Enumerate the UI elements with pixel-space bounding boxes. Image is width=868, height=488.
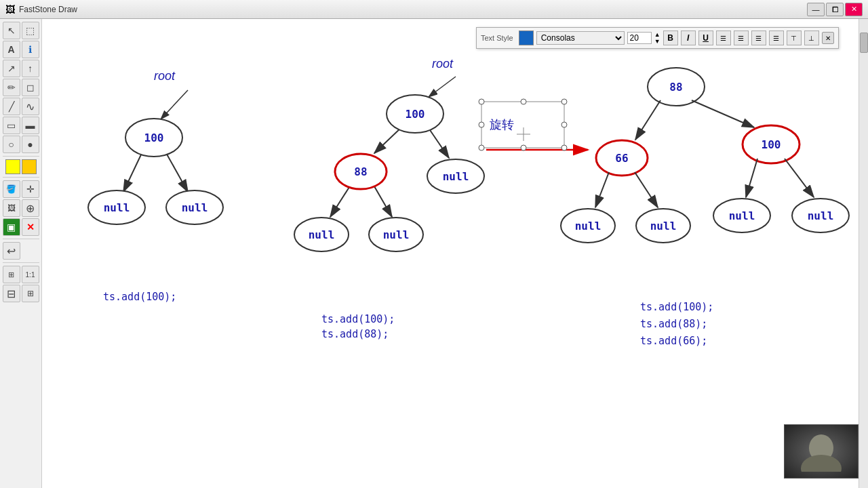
rect-tool[interactable]: ▭ (3, 117, 20, 134)
close-button[interactable]: ✕ (845, 3, 863, 16)
tree3-code-2: ts.add(88); (640, 318, 707, 330)
zoom-out-button[interactable]: ⊟ (3, 285, 20, 302)
maximize-button[interactable]: ⧠ (826, 3, 844, 16)
secondary-color[interactable] (22, 159, 37, 174)
align-middle-button[interactable]: ⊥ (804, 30, 819, 45)
handle-ml[interactable] (479, 122, 484, 127)
undo-button[interactable]: ↩ (3, 242, 20, 260)
marquee-tool[interactable]: ⬚ (22, 22, 39, 39)
text-style-close-button[interactable]: ✕ (822, 32, 834, 44)
tree2-edge-lr (374, 186, 392, 217)
circle-fill-tool[interactable]: ● (22, 136, 39, 153)
tree2-node-100-text: 100 (406, 108, 425, 121)
green-box-tool[interactable]: ▣ (3, 218, 20, 236)
x-button[interactable]: ✕ (22, 218, 39, 236)
toolbar: ↖ ⬚ A ℹ ↗ ↑ ✏ ◻ ╱ ∿ ▭ ▬ ○ ● 🪣 ✛ 🖼 ⊕ ▣ ✕ (0, 19, 42, 488)
handle-mr[interactable] (561, 122, 567, 127)
tree2-root-arrow (429, 77, 456, 97)
vscroll-thumb[interactable] (860, 33, 868, 53)
highlight-color[interactable] (5, 159, 20, 174)
tree2-code-2: ts.add(88); (321, 328, 389, 340)
text-tool[interactable]: A (3, 41, 20, 58)
svg-point-3 (801, 455, 842, 472)
app-icon: 🖼 (5, 4, 15, 15)
tree3-null-lr-text: null (650, 220, 677, 232)
info-tool[interactable]: ℹ (22, 41, 39, 58)
text-style-title: Text Style (481, 34, 513, 42)
tree2-node-88-text: 88 (354, 165, 367, 178)
align-left-button[interactable]: ☰ (716, 30, 731, 45)
handle-tr[interactable] (561, 99, 567, 104)
tree2-null-lr-text: null (383, 228, 410, 241)
tree3-code-1: ts.add(100); (640, 301, 713, 313)
app-title: FastStone Draw (19, 5, 807, 14)
tree2-null-ll-text: null (309, 228, 335, 241)
tree3-edge-66r (635, 172, 658, 207)
font-size-input[interactable] (627, 32, 652, 44)
arrow-up-tool[interactable]: ↑ (22, 60, 39, 77)
tree2-edge-right (427, 126, 449, 158)
minimize-button[interactable]: — (807, 3, 825, 16)
tree3-edge-left (635, 100, 660, 140)
tree2-null-right-text: null (443, 170, 469, 183)
tree3-edge-right (692, 100, 754, 127)
pencil-tool[interactable]: ✏ (3, 79, 20, 96)
font-size-up-icon[interactable]: ▲ (654, 31, 660, 38)
text-color-swatch[interactable] (519, 30, 534, 45)
grid-button[interactable]: ⊞ (22, 285, 39, 302)
align-top-button[interactable]: ⊤ (787, 30, 802, 45)
tree1-root-label: root (154, 69, 176, 83)
handle-bm[interactable] (521, 145, 526, 150)
main-svg-canvas: root 100 null null ts.add(100); root 100… (42, 19, 868, 488)
line-tool[interactable]: ╱ (3, 98, 20, 115)
picker-tool[interactable]: ✛ (22, 180, 39, 198)
rect-fill-tool[interactable]: ▬ (22, 117, 39, 134)
handle-tl[interactable] (479, 99, 484, 104)
tree3-null-rr-text: null (808, 209, 834, 222)
bold-button[interactable]: B (663, 30, 678, 45)
canvas-area: Text Style Consolas ▲ ▼ B I U ☰ ☰ ☰ ☰ ⊤ … (42, 19, 868, 488)
title-bar: 🖼 FastStone Draw — ⧠ ✕ (0, 0, 868, 19)
arrow-diagonal-tool[interactable]: ↗ (3, 60, 20, 77)
curve-tool[interactable]: ∿ (22, 98, 39, 115)
tree1-code-1: ts.add(100); (103, 291, 176, 303)
align-right-button[interactable]: ☰ (751, 30, 766, 45)
tree1-node-100-text: 100 (144, 131, 164, 144)
handle-tm[interactable] (521, 99, 526, 104)
handle-bl[interactable] (479, 145, 484, 150)
italic-button[interactable]: I (681, 30, 696, 45)
tree3-edge-100r (785, 159, 814, 197)
align-center-button[interactable]: ☰ (734, 30, 749, 45)
tree2-root-label: root (432, 57, 454, 70)
tree3-edge-100l (746, 159, 757, 197)
tree1-null-left-text: null (104, 201, 130, 214)
font-family-select[interactable]: Consolas (536, 31, 625, 45)
vertical-scrollbar[interactable] (859, 19, 868, 488)
tree2-edge-left (374, 126, 403, 153)
tree3-null-ll-text: null (575, 220, 601, 232)
tree1-root-arrow (161, 90, 188, 119)
tree2-code-1: ts.add(100); (321, 313, 395, 325)
tree3-node-88-text: 88 (669, 81, 682, 94)
eraser-tool[interactable]: ◻ (22, 79, 39, 96)
webcam-overlay (784, 424, 859, 479)
zoom-fit-button[interactable]: ⊞ (3, 266, 20, 283)
webcam-content (785, 425, 858, 478)
tree1-null-right-text: null (182, 201, 208, 214)
tree1-edge-right (165, 152, 188, 192)
rotate-text[interactable]: 旋转 (490, 117, 514, 131)
bucket-tool[interactable]: 🪣 (3, 180, 20, 198)
tree2-edge-ll (330, 185, 351, 217)
image-tool[interactable]: 🖼 (3, 199, 20, 217)
zoom-1-1-button[interactable]: 1:1 (22, 266, 39, 283)
zoom-in-tool[interactable]: ⊕ (22, 199, 39, 217)
handle-br[interactable] (561, 145, 567, 150)
align-justify-button[interactable]: ☰ (769, 30, 784, 45)
underline-button[interactable]: U (698, 30, 713, 45)
tree3-node-66-text: 66 (615, 152, 628, 165)
tree3-code-3: ts.add(66); (640, 335, 707, 347)
font-size-down-icon[interactable]: ▼ (654, 38, 660, 45)
select-tool[interactable]: ↖ (3, 22, 20, 39)
text-style-bar: Text Style Consolas ▲ ▼ B I U ☰ ☰ ☰ ☰ ⊤ … (476, 27, 839, 49)
circle-tool[interactable]: ○ (3, 136, 20, 153)
